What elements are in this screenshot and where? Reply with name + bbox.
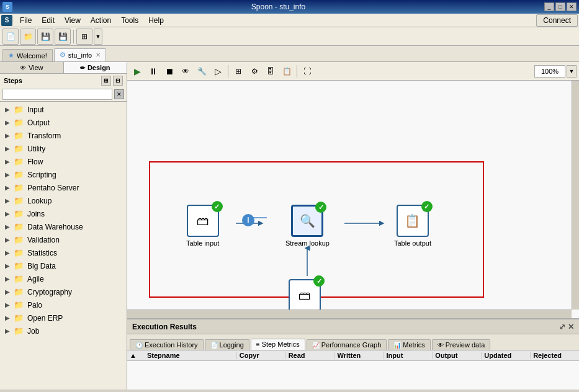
connect-button[interactable]: Connect (536, 14, 578, 27)
save-as-button[interactable]: 💾 (55, 29, 71, 45)
menu-help[interactable]: Help (143, 15, 169, 26)
exec-tab-logging-label: Logging (220, 341, 244, 349)
canvas-toolbar: ▶ ⏸ ⏹ 👁 🔧 ▷ ⊞ ⚙ 🗄 📋 ⛶ ▼ (127, 62, 579, 81)
fullscreen-button[interactable]: ⛶ (300, 64, 315, 79)
step-item-validation[interactable]: ▶ 📁 Validation (0, 233, 127, 246)
node-table-input[interactable]: 🗃 ✓ Table input (186, 205, 219, 247)
layers-dropdown[interactable]: ▼ (94, 29, 102, 45)
table-output-label: Table output (394, 239, 431, 247)
step-item-pentaho[interactable]: ▶ 📁 Pentaho Server (0, 181, 127, 194)
arrow-icon: ▶ (5, 132, 10, 139)
step-item-palo[interactable]: ▶ 📁 Palo (0, 298, 127, 311)
step-item-statistics[interactable]: ▶ 📁 Statistics (0, 246, 127, 259)
exec-expand-button[interactable]: ⤢ (559, 323, 565, 331)
exec-tab-preview-label: Preview data (446, 341, 485, 349)
info-bubble[interactable]: i (242, 214, 254, 226)
step-item-agile[interactable]: ▶ 📁 Agile (0, 272, 127, 285)
run-button[interactable]: ▶ (130, 64, 145, 79)
win-maximize[interactable]: □ (555, 2, 565, 11)
app-title: Spoon - stu_info (12, 2, 544, 11)
step-item-cryptography[interactable]: ▶ 📁 Cryptography (0, 285, 127, 298)
win-controls: _ □ ✕ (544, 2, 577, 11)
stu-info-tab-close[interactable]: ✕ (96, 51, 101, 58)
step-label: Utility (27, 145, 45, 153)
replay-button[interactable]: ▷ (210, 64, 225, 79)
expand-all-button[interactable]: ⊞ (101, 76, 111, 86)
v-scrollbar[interactable] (572, 81, 579, 310)
menu-tools[interactable]: Tools (116, 15, 143, 26)
exec-close-button[interactable]: ✕ (568, 323, 574, 331)
step-item-utility[interactable]: ▶ 📁 Utility (0, 142, 127, 155)
tab-welcome[interactable]: ★ Welcome! (2, 49, 53, 61)
select-all-button[interactable]: ⊞ (231, 64, 246, 79)
menu-view[interactable]: View (60, 15, 86, 26)
exec-tab-metrics[interactable]: 📊 Metrics (388, 339, 430, 350)
step-item-big-data[interactable]: ▶ 📁 Big Data (0, 259, 127, 272)
menu-file[interactable]: File (15, 15, 37, 26)
save-button[interactable]: 💾 (37, 29, 53, 45)
menu-edit[interactable]: Edit (37, 15, 60, 26)
preview-data-icon: 👁 (438, 342, 444, 349)
app-logo: S (1, 15, 12, 26)
folder-icon: 📁 (14, 326, 24, 336)
exec-tab-perf-graph[interactable]: 📈 Performance Graph (307, 339, 387, 350)
exec-tab-preview-data[interactable]: 👁 Preview data (432, 339, 491, 350)
step-item-joins[interactable]: ▶ 📁 Joins (0, 207, 127, 220)
tab-design[interactable]: ✏ Design (64, 62, 127, 73)
exec-results-title: Execution Results (132, 323, 197, 331)
search-input[interactable] (2, 89, 112, 100)
step-item-transform[interactable]: ▶ 📁 Transform (0, 129, 127, 142)
stop-button[interactable]: ⏹ (162, 64, 177, 79)
step-item-open-erp[interactable]: ▶ 📁 Open ERP (0, 311, 127, 324)
tab-stu-info[interactable]: ⚙ stu_info ✕ (54, 48, 107, 61)
new-button[interactable]: 📄 (2, 29, 19, 45)
win-minimize[interactable]: _ (544, 2, 554, 11)
view-log-button[interactable]: 📋 (279, 64, 294, 79)
debug-button[interactable]: 🔧 (194, 64, 209, 79)
arrow-icon: ▶ (5, 119, 10, 126)
settings-button[interactable]: ⚙ (247, 64, 262, 79)
folder-icon: 📁 (14, 235, 24, 244)
clear-search-button[interactable]: ✕ (114, 89, 124, 99)
exec-tab-logging[interactable]: 📄 Logging (205, 339, 249, 350)
node-stream-lookup[interactable]: 🔍 ✓ Stream lookup (285, 205, 330, 247)
sort-icon: ▲ (130, 352, 137, 359)
exec-tab-step-metrics[interactable]: ≡ Step Metrics (251, 339, 305, 350)
step-item-job[interactable]: ▶ 📁 Job (0, 324, 127, 337)
exec-col-icon: ▲ (127, 352, 145, 359)
steps-list: ▶ 📁 Input ▶ 📁 Output ▶ 📁 Transform ▶ 📁 (0, 102, 127, 390)
db-button[interactable]: 🗄 (263, 64, 278, 79)
exec-col-rejected: Rejected (531, 352, 579, 359)
step-item-scripting[interactable]: ▶ 📁 Scripting (0, 168, 127, 181)
exec-tab-metrics-label: Metrics (403, 341, 424, 349)
h-scrollbar[interactable] (127, 310, 572, 318)
open-button[interactable]: 📁 (20, 29, 36, 45)
table-input-icon: 🗃 (197, 214, 209, 228)
folder-icon: 📁 (14, 274, 24, 283)
titlebar: S Spoon - stu_info _ □ ✕ (0, 0, 579, 14)
step-item-flow[interactable]: ▶ 📁 Flow (0, 155, 127, 168)
step-item-data-warehouse[interactable]: ▶ 📁 Data Warehouse (0, 220, 127, 233)
layers-button[interactable]: ⊞ (76, 29, 92, 45)
step-item-input[interactable]: ▶ 📁 Input (0, 103, 127, 116)
arrow-icon: ▶ (5, 275, 10, 282)
collapse-all-button[interactable]: ⊟ (113, 76, 123, 86)
step-label: Cryptography (27, 288, 72, 296)
preview-button[interactable]: 👁 (178, 64, 193, 79)
menu-action[interactable]: Action (86, 15, 116, 26)
step-label: Output (27, 118, 50, 127)
exec-col-output: Output (433, 352, 482, 359)
zoom-input[interactable] (534, 65, 565, 78)
step-item-output[interactable]: ▶ 📁 Output (0, 116, 127, 129)
step-label: Job (27, 327, 39, 336)
exec-tab-history[interactable]: 🕐 Execution History (130, 339, 204, 350)
step-item-lookup[interactable]: ▶ 📁 Lookup (0, 194, 127, 207)
left-panel: 👁 View ✏ Design Steps ⊞ ⊟ ✕ (0, 62, 127, 390)
zoom-dropdown-button[interactable]: ▼ (567, 65, 577, 78)
tab-view[interactable]: 👁 View (0, 62, 64, 73)
win-close[interactable]: ✕ (567, 2, 577, 11)
flow-canvas[interactable]: 🗃 ✓ Table input i 🔍 ✓ Stream lookup (127, 81, 579, 318)
search-bar: ✕ (0, 87, 127, 102)
pause-button[interactable]: ⏸ (146, 64, 161, 79)
node-table-output[interactable]: 📋 ✓ Table output (394, 205, 431, 247)
